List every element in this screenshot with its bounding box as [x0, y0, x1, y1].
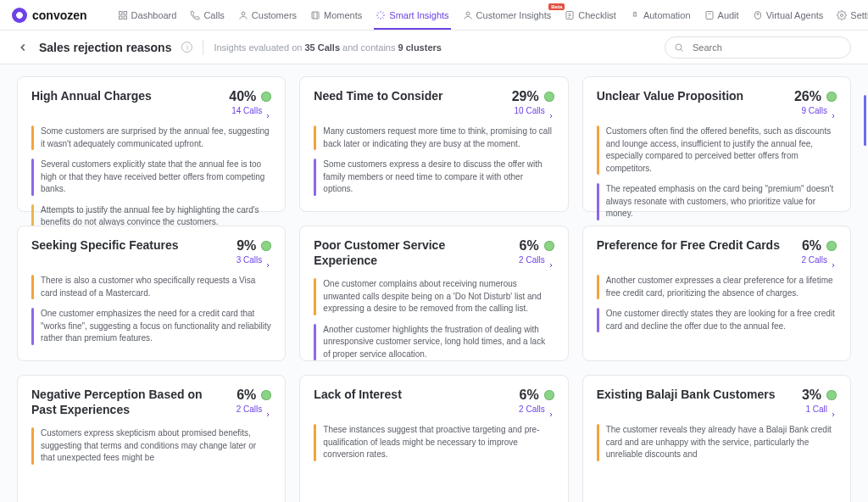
svg-point-11 — [841, 14, 843, 16]
cluster-percentage: 6% — [236, 388, 256, 403]
insight-list: One customer complains about receiving n… — [314, 278, 554, 360]
chevron-right-icon — [830, 108, 837, 114]
insight-text: One customer emphasizes the need for a c… — [41, 308, 271, 345]
svg-point-4 — [242, 12, 245, 15]
status-dot-icon — [826, 92, 837, 102]
cluster-card[interactable]: Lack of Interest6%2 CallsThese instances… — [299, 375, 568, 502]
nav-item-automation[interactable]: Automation — [630, 10, 691, 20]
nav-icon — [753, 10, 763, 20]
svg-rect-1 — [124, 11, 127, 14]
insight-item: Several customers explicitly state that … — [31, 159, 271, 196]
nav-item-moments[interactable]: Moments — [310, 10, 362, 20]
brand-logo[interactable]: convozen — [12, 8, 87, 23]
nav-label: Dashboard — [131, 10, 177, 20]
nav-item-audit[interactable]: Audit — [704, 10, 739, 20]
nav-item-customer-insights[interactable]: Customer InsightsBeta — [463, 10, 552, 20]
svg-point-19 — [676, 44, 682, 50]
cluster-card[interactable]: Poor Customer Service Experience6%2 Call… — [299, 226, 568, 361]
nav-label: Customers — [252, 10, 297, 20]
calls-link[interactable]: 9 Calls — [794, 106, 837, 115]
calls-link[interactable]: 2 Calls — [236, 404, 272, 414]
card-header: Existing Balaji Bank Customers3%1 Call — [597, 388, 837, 414]
cluster-card[interactable]: High Annual Charges40%14 CallsSome custo… — [17, 76, 286, 212]
insight-text: Many customers request more time to thin… — [323, 126, 554, 150]
cluster-card[interactable]: Unclear Value Proposition26%9 CallsCusto… — [582, 76, 851, 212]
calls-link[interactable]: 14 Calls — [229, 106, 271, 115]
nav-item-virtual-agents[interactable]: Virtual Agents — [753, 10, 824, 20]
cluster-title: Negative Perception Based on Past Experi… — [31, 388, 228, 417]
cluster-meta: 3%1 Call — [802, 388, 837, 414]
calls-link[interactable]: 10 Calls — [512, 106, 554, 115]
search-field[interactable] — [691, 42, 842, 53]
insight-accent — [31, 126, 34, 150]
back-button[interactable] — [17, 42, 29, 53]
nav-item-dashboard[interactable]: Dashboard — [118, 10, 177, 20]
nav-label: Automation — [643, 10, 691, 20]
calls-link[interactable]: 2 Calls — [801, 255, 837, 265]
insight-accent — [314, 159, 316, 196]
cluster-meta: 9%3 Calls — [236, 238, 272, 265]
insight-text: Another customer expresses a clear prefe… — [606, 275, 837, 299]
status-dot-icon — [261, 390, 271, 400]
cluster-title: Existing Balaji Bank Customers — [597, 388, 793, 403]
insight-accent — [597, 126, 599, 175]
nav-item-customers[interactable]: Customers — [238, 10, 297, 20]
chevron-right-icon — [264, 406, 271, 413]
cluster-title: Preference for Free Credit Cards — [597, 238, 793, 254]
chevron-right-icon — [830, 257, 837, 264]
cluster-percentage: 29% — [512, 89, 539, 104]
search-input[interactable] — [665, 36, 851, 59]
insight-accent — [31, 308, 34, 345]
scrollbar-thumb[interactable] — [864, 95, 866, 146]
cluster-card[interactable]: Seeking Specific Features9%3 CallsThere … — [17, 226, 286, 361]
cluster-grid: High Annual Charges40%14 CallsSome custo… — [0, 64, 868, 502]
insight-list: There is also a customer who specificall… — [31, 275, 271, 345]
chevron-right-icon — [264, 108, 271, 114]
calls-link[interactable]: 2 Calls — [519, 404, 554, 414]
insight-text: The repeated emphasis on the card being … — [606, 183, 837, 220]
insight-list: The customer reveals they already have a… — [597, 424, 837, 461]
cluster-meta: 6%2 Calls — [801, 238, 837, 265]
calls-count: 2 Calls — [519, 255, 545, 265]
svg-rect-2 — [119, 16, 122, 20]
cluster-card[interactable]: Negative Perception Based on Past Experi… — [17, 375, 286, 502]
calls-link[interactable]: 2 Calls — [519, 255, 554, 265]
insight-accent — [597, 424, 599, 461]
nav-label: Checklist — [578, 10, 616, 20]
nav-icon — [630, 10, 640, 20]
insights-status: Insights evaluated on 35 Calls and conta… — [214, 42, 442, 53]
calls-link[interactable]: 1 Call — [802, 404, 837, 414]
nav-item-checklist[interactable]: Checklist — [565, 10, 616, 20]
nav-icon — [238, 10, 248, 20]
nav-item-smart-insights[interactable]: Smart Insights — [376, 10, 448, 20]
brand-logo-icon — [12, 8, 27, 23]
nav-item-calls[interactable]: Calls — [190, 10, 224, 20]
cluster-card[interactable]: Existing Balaji Bank Customers3%1 CallTh… — [582, 375, 851, 502]
cluster-meta: 6%2 Calls — [519, 238, 554, 265]
insight-accent — [314, 324, 316, 361]
card-header: Negative Perception Based on Past Experi… — [31, 388, 271, 417]
svg-point-6 — [466, 12, 470, 15]
nav-icon — [565, 10, 575, 20]
status-dot-icon — [826, 390, 837, 400]
card-header: Seeking Specific Features9%3 Calls — [31, 238, 271, 265]
info-icon[interactable]: i — [181, 42, 192, 53]
cluster-meta: 29%10 Calls — [512, 89, 554, 115]
beta-badge: Beta — [548, 3, 565, 10]
nav-label: Customer Insights — [476, 10, 552, 20]
calls-link[interactable]: 3 Calls — [236, 255, 272, 265]
insight-accent — [31, 427, 34, 465]
nav-item-settings[interactable]: Settings — [837, 10, 868, 20]
divider — [203, 40, 203, 55]
nav-icon — [190, 10, 200, 20]
nav-icon — [704, 10, 715, 20]
insight-accent — [597, 275, 599, 299]
insight-text: Another customer highlights the frustrat… — [323, 324, 554, 361]
svg-rect-5 — [312, 12, 319, 19]
nav-icon — [837, 10, 847, 20]
subheader: Sales rejection reasons i Insights evalu… — [0, 31, 868, 64]
nav-label: Smart Insights — [389, 10, 448, 20]
cluster-card[interactable]: Need Time to Consider29%10 CallsMany cus… — [299, 76, 568, 212]
cluster-card[interactable]: Preference for Free Credit Cards6%2 Call… — [582, 226, 851, 361]
nav-icon — [310, 10, 320, 20]
